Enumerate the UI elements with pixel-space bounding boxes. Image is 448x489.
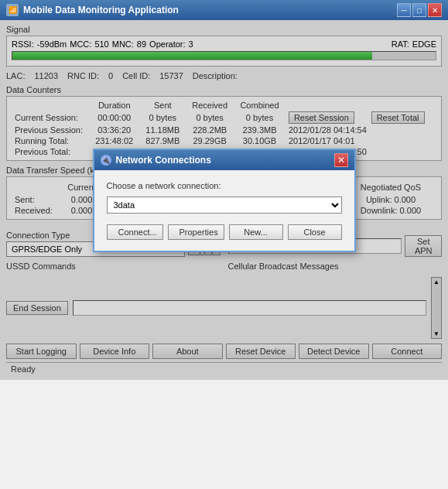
dialog-titlebar: 🔌 Network Connections ✕ — [94, 150, 354, 170]
dialog-dropdown-row: 3data — [107, 197, 342, 214]
dialog-icon: 🔌 — [101, 155, 111, 166]
minimize-button[interactable]: ─ — [397, 3, 411, 17]
dialog-buttons: Connect... Properties New... Close — [107, 224, 342, 240]
maximize-button[interactable]: □ — [412, 3, 426, 17]
dialog-overlay: 🔌 Network Connections ✕ Choose a network… — [0, 20, 448, 380]
main-window: 📶 Mobile Data Monitoring Application ─ □… — [0, 0, 448, 380]
new-button[interactable]: New... — [229, 224, 283, 240]
window-controls: ─ □ ✕ — [397, 3, 442, 17]
network-connection-select[interactable]: 3data — [107, 197, 342, 214]
close-button[interactable]: ✕ — [428, 3, 442, 17]
dialog-body: Choose a network connection: 3data Conne… — [94, 170, 354, 251]
title-bar-left: 📶 Mobile Data Monitoring Application — [6, 4, 179, 16]
dialog-close-button[interactable]: ✕ — [334, 153, 348, 167]
dialog-prompt: Choose a network connection: — [107, 181, 342, 190]
dialog-title-left: 🔌 Network Connections — [101, 155, 211, 166]
window-title: Mobile Data Monitoring Application — [23, 5, 179, 15]
title-bar: 📶 Mobile Data Monitoring Application ─ □… — [0, 0, 448, 20]
properties-button[interactable]: Properties — [168, 224, 224, 240]
close-dialog-button[interactable]: Close — [288, 224, 342, 240]
network-connections-dialog: 🔌 Network Connections ✕ Choose a network… — [93, 149, 356, 252]
dialog-title: Network Connections — [116, 155, 211, 166]
app-icon: 📶 — [6, 4, 19, 16]
connect-dialog-button[interactable]: Connect... — [107, 224, 163, 240]
